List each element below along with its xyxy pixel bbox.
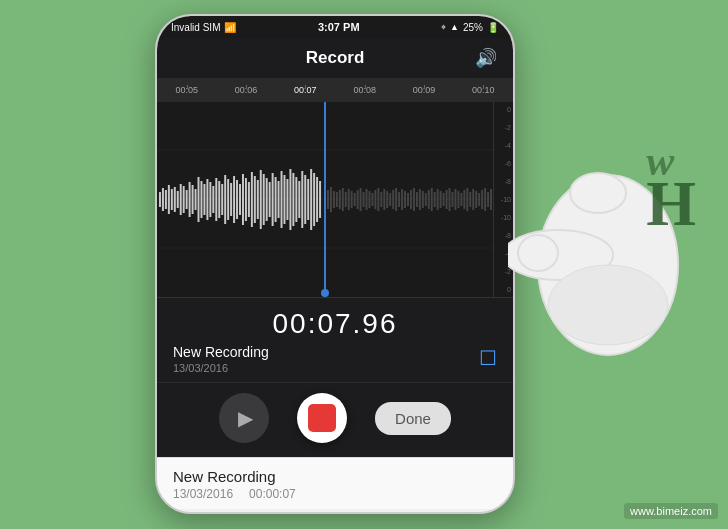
svg-rect-106 <box>469 192 471 207</box>
svg-rect-21 <box>212 186 214 213</box>
svg-rect-42 <box>275 177 277 222</box>
svg-rect-16 <box>198 177 200 222</box>
time-display: 00:07.96 <box>173 308 497 340</box>
svg-rect-104 <box>463 190 465 209</box>
svg-rect-76 <box>380 192 382 207</box>
watermark: www.bimeiz.com <box>624 503 718 519</box>
svg-rect-89 <box>419 189 421 210</box>
ruler-marks: 00:05 00:06 00:07 00:08 00:09 00:10 <box>157 85 513 95</box>
svg-rect-22 <box>215 178 217 221</box>
waveform-area: 0 -2 -4 -6 -8 -10 -10 -8 -4 -2 0 <box>157 102 513 297</box>
svg-rect-103 <box>460 193 462 206</box>
svg-rect-100 <box>451 192 453 207</box>
svg-rect-38 <box>263 174 265 225</box>
svg-rect-29 <box>236 180 238 219</box>
svg-rect-72 <box>368 191 370 208</box>
svg-rect-80 <box>392 190 394 209</box>
svg-rect-95 <box>437 189 439 210</box>
svg-rect-107 <box>472 189 474 210</box>
svg-rect-35 <box>254 176 256 223</box>
svg-rect-10 <box>180 184 182 215</box>
svg-rect-40 <box>269 182 271 217</box>
svg-rect-60 <box>333 191 335 208</box>
svg-rect-43 <box>278 181 280 218</box>
play-button[interactable]: ▶ <box>219 393 269 443</box>
svg-rect-12 <box>186 190 188 209</box>
svg-rect-14 <box>192 185 194 214</box>
svg-rect-57 <box>319 181 321 218</box>
svg-rect-33 <box>248 182 250 217</box>
svg-rect-6 <box>168 185 170 214</box>
svg-rect-84 <box>404 191 406 208</box>
svg-rect-81 <box>395 188 397 211</box>
svg-rect-24 <box>221 184 223 215</box>
playhead <box>324 102 326 297</box>
info-area: 00:07.96 New Recording 13/03/2016 ☐ <box>157 297 513 382</box>
svg-rect-86 <box>410 190 412 209</box>
svg-rect-75 <box>377 188 379 211</box>
list-item: New Recording 13/03/2016 00:00:07 <box>173 468 497 501</box>
play-icon: ▶ <box>238 406 253 430</box>
status-right: ⌖ ▲ 25% 🔋 <box>441 22 499 33</box>
svg-rect-30 <box>239 184 241 215</box>
svg-rect-110 <box>481 190 483 209</box>
svg-rect-31 <box>242 174 244 225</box>
status-time: 3:07 PM <box>318 21 360 33</box>
battery-percent: 25% <box>463 22 483 33</box>
svg-rect-93 <box>431 188 433 211</box>
bottom-list: New Recording 13/03/2016 00:00:07 <box>157 457 513 509</box>
nav-bar: Record 🔊 <box>157 38 513 78</box>
svg-rect-91 <box>425 193 427 206</box>
ruler-mark-4: 00:08 <box>335 85 394 95</box>
svg-rect-85 <box>407 193 409 206</box>
svg-rect-65 <box>348 189 350 210</box>
svg-rect-17 <box>200 181 202 218</box>
svg-rect-92 <box>428 190 430 209</box>
svg-rect-108 <box>475 191 477 208</box>
svg-rect-113 <box>490 189 492 210</box>
svg-rect-26 <box>227 179 229 220</box>
speaker-icon[interactable]: 🔊 <box>475 47 497 69</box>
svg-rect-11 <box>183 186 185 213</box>
recording-meta: New Recording 13/03/2016 <box>173 344 269 374</box>
svg-point-116 <box>518 235 558 271</box>
svg-rect-8 <box>174 187 176 212</box>
svg-rect-51 <box>301 171 303 228</box>
waveform-canvas <box>157 102 493 297</box>
svg-rect-109 <box>478 193 480 206</box>
status-bar: Invalid SIM 📶 3:07 PM ⌖ ▲ 25% 🔋 <box>157 16 513 38</box>
svg-rect-5 <box>165 190 167 209</box>
db-label-0: 0 <box>496 106 511 113</box>
svg-rect-73 <box>371 193 373 206</box>
svg-rect-101 <box>454 189 456 210</box>
svg-rect-66 <box>351 191 353 208</box>
svg-rect-44 <box>281 171 283 228</box>
svg-rect-9 <box>177 191 179 208</box>
svg-rect-37 <box>260 170 262 229</box>
svg-rect-111 <box>484 188 486 211</box>
svg-rect-87 <box>413 188 415 211</box>
wifi-icon: 📶 <box>224 22 236 33</box>
svg-rect-54 <box>310 169 312 230</box>
svg-rect-74 <box>374 190 376 209</box>
svg-rect-13 <box>189 182 191 217</box>
battery-icon: 🔋 <box>487 22 499 33</box>
nav-title: Record <box>306 48 365 68</box>
ruler-mark-5: 00:09 <box>394 85 453 95</box>
svg-rect-112 <box>487 192 489 207</box>
trim-icon[interactable]: ☐ <box>479 346 497 370</box>
svg-rect-32 <box>245 178 247 221</box>
svg-rect-97 <box>443 193 445 206</box>
done-button[interactable]: Done <box>375 402 451 435</box>
svg-rect-70 <box>363 192 365 207</box>
svg-rect-46 <box>286 179 288 220</box>
svg-rect-63 <box>342 188 344 211</box>
recording-info: New Recording 13/03/2016 ☐ <box>173 344 497 374</box>
svg-rect-25 <box>224 175 226 224</box>
svg-rect-49 <box>295 177 297 222</box>
page-wrapper: Invalid SIM 📶 3:07 PM ⌖ ▲ 25% 🔋 Record 🔊… <box>0 0 728 529</box>
svg-rect-3 <box>159 192 161 207</box>
record-button[interactable] <box>297 393 347 443</box>
svg-rect-41 <box>272 173 274 226</box>
phone-device: Invalid SIM 📶 3:07 PM ⌖ ▲ 25% 🔋 Record 🔊… <box>155 14 515 514</box>
